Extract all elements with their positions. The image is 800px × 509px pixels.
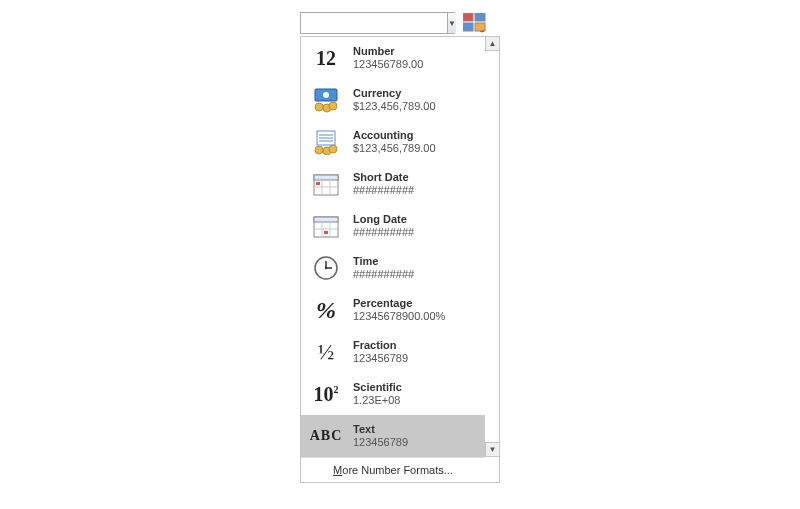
svg-point-6 (323, 92, 329, 98)
format-text: Long Date ########## (353, 213, 414, 239)
format-item-number[interactable]: 12 Number 123456789.00 (301, 37, 485, 79)
format-sample: ########## (353, 268, 414, 281)
format-text: Short Date ########## (353, 171, 414, 197)
format-text: Accounting $123,456,789.00 (353, 129, 436, 155)
number-format-list: ▲ 12 Number 123456789.00 Currency $12 (300, 36, 500, 483)
svg-rect-28 (324, 231, 328, 234)
long-date-icon (309, 211, 343, 241)
number-format-input[interactable] (301, 13, 447, 33)
format-sample: 12345678900.00% (353, 310, 445, 323)
format-label: Accounting (353, 129, 436, 142)
format-sample: $123,456,789.00 (353, 100, 436, 113)
svg-rect-1 (475, 13, 485, 21)
short-date-icon (309, 169, 343, 199)
svg-rect-22 (316, 182, 320, 185)
format-label: Time (353, 255, 414, 268)
scroll-up-button[interactable]: ▲ (485, 36, 500, 51)
format-label: Long Date (353, 213, 414, 226)
format-item-text[interactable]: ABC Text 123456789 (301, 415, 485, 457)
format-text: Text 123456789 (353, 423, 408, 449)
percentage-icon: % (309, 295, 343, 325)
format-item-time[interactable]: Time ########## (301, 247, 485, 289)
format-item-fraction[interactable]: ½ Fraction 123456789 (301, 331, 485, 373)
format-label: Number (353, 45, 423, 58)
svg-rect-18 (314, 175, 338, 180)
header-row: ▼ ≠ (300, 12, 515, 34)
svg-point-16 (329, 145, 337, 153)
format-text: Currency $123,456,789.00 (353, 87, 436, 113)
format-label: Fraction (353, 339, 408, 352)
svg-point-9 (329, 102, 337, 110)
number-icon: 12 (309, 43, 343, 73)
svg-rect-2 (463, 23, 473, 31)
number-format-panel: ▼ ≠ ▲ 12 Number 123456789.00 (300, 12, 515, 483)
time-icon (309, 253, 343, 283)
format-text: Scientific 1.23E+08 (353, 381, 402, 407)
format-sample: 123456789.00 (353, 58, 423, 71)
format-label: Short Date (353, 171, 414, 184)
svg-rect-24 (314, 217, 338, 222)
format-sample: ########## (353, 184, 414, 197)
format-label: Scientific (353, 381, 402, 394)
fraction-icon: ½ (309, 337, 343, 367)
format-sample: ########## (353, 226, 414, 239)
svg-rect-0 (463, 13, 473, 21)
text-icon: ABC (309, 421, 343, 451)
format-item-percentage[interactable]: % Percentage 12345678900.00% (301, 289, 485, 331)
format-item-currency[interactable]: Currency $123,456,789.00 (301, 79, 485, 121)
more-formats-rest: ore Number Formats... (342, 464, 453, 476)
format-sample: 123456789 (353, 436, 408, 449)
svg-point-14 (315, 146, 323, 154)
more-formats-accel: M (333, 464, 342, 476)
format-item-scientific[interactable]: 102 Scientific 1.23E+08 (301, 373, 485, 415)
svg-point-7 (315, 103, 323, 111)
format-sample: $123,456,789.00 (353, 142, 436, 155)
format-item-short-date[interactable]: Short Date ########## (301, 163, 485, 205)
format-item-accounting[interactable]: Accounting $123,456,789.00 (301, 121, 485, 163)
format-label: Text (353, 423, 408, 436)
format-text: Number 123456789.00 (353, 45, 423, 71)
number-format-combo[interactable]: ▼ (300, 12, 455, 34)
accounting-icon (309, 127, 343, 157)
format-item-long-date[interactable]: Long Date ########## (301, 205, 485, 247)
svg-text:≠: ≠ (480, 28, 485, 33)
format-text: Time ########## (353, 255, 414, 281)
more-number-formats[interactable]: More Number Formats... (301, 457, 485, 482)
scroll-down-button[interactable]: ▼ (485, 442, 500, 457)
format-text: Percentage 12345678900.00% (353, 297, 445, 323)
svg-point-32 (325, 267, 327, 269)
format-text: Fraction 123456789 (353, 339, 408, 365)
conditional-formatting-icon[interactable]: ≠ (461, 12, 489, 34)
format-label: Currency (353, 87, 436, 100)
currency-icon (309, 85, 343, 115)
dropdown-arrow-icon[interactable]: ▼ (447, 13, 456, 33)
format-sample: 1.23E+08 (353, 394, 402, 407)
format-sample: 123456789 (353, 352, 408, 365)
scientific-icon: 102 (309, 379, 343, 409)
format-label: Percentage (353, 297, 445, 310)
